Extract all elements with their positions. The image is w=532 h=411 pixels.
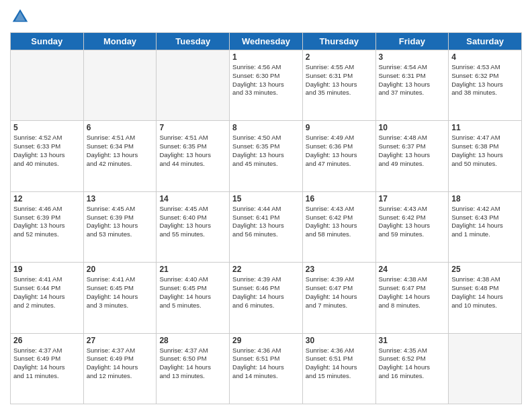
calendar-cell: 3Sunrise: 4:54 AM Sunset: 6:31 PM Daylig…: [375, 50, 449, 121]
cell-info: Sunrise: 4:38 AM Sunset: 6:47 PM Dayligh…: [379, 275, 446, 310]
cell-info: Sunrise: 4:41 AM Sunset: 6:45 PM Dayligh…: [87, 275, 154, 310]
calendar-cell: 21Sunrise: 4:40 AM Sunset: 6:45 PM Dayli…: [157, 263, 230, 333]
calendar-cell: 1Sunrise: 4:56 AM Sunset: 6:30 PM Daylig…: [230, 50, 303, 121]
cell-info: Sunrise: 4:39 AM Sunset: 6:47 PM Dayligh…: [306, 275, 373, 310]
cell-info: Sunrise: 4:52 AM Sunset: 6:33 PM Dayligh…: [13, 134, 81, 168]
calendar-cell: 5Sunrise: 4:52 AM Sunset: 6:33 PM Daylig…: [11, 121, 84, 191]
calendar-week-0: 1Sunrise: 4:56 AM Sunset: 6:30 PM Daylig…: [11, 50, 522, 121]
calendar-cell: 16Sunrise: 4:43 AM Sunset: 6:42 PM Dayli…: [302, 191, 375, 262]
day-number: 22: [232, 265, 300, 274]
cell-info: Sunrise: 4:36 AM Sunset: 6:51 PM Dayligh…: [306, 347, 373, 381]
day-number: 9: [306, 123, 373, 132]
day-number: 10: [379, 123, 446, 132]
day-number: 31: [379, 336, 446, 345]
calendar-cell: 17Sunrise: 4:43 AM Sunset: 6:42 PM Dayli…: [375, 191, 449, 262]
calendar-week-3: 19Sunrise: 4:41 AM Sunset: 6:44 PM Dayli…: [11, 263, 522, 333]
calendar-week-1: 5Sunrise: 4:52 AM Sunset: 6:33 PM Daylig…: [11, 121, 522, 191]
col-header-thursday: Thursday: [302, 33, 375, 50]
calendar-cell: 27Sunrise: 4:37 AM Sunset: 6:49 PM Dayli…: [83, 333, 157, 404]
cell-info: Sunrise: 4:43 AM Sunset: 6:42 PM Dayligh…: [306, 205, 373, 239]
col-header-friday: Friday: [375, 33, 449, 50]
day-number: 18: [451, 194, 519, 203]
cell-info: Sunrise: 4:36 AM Sunset: 6:51 PM Dayligh…: [232, 347, 300, 381]
cell-info: Sunrise: 4:38 AM Sunset: 6:48 PM Dayligh…: [451, 275, 519, 310]
cell-info: Sunrise: 4:37 AM Sunset: 6:49 PM Dayligh…: [13, 347, 81, 381]
day-number: 25: [451, 265, 519, 274]
col-header-sunday: Sunday: [11, 33, 84, 50]
cell-info: Sunrise: 4:51 AM Sunset: 6:35 PM Dayligh…: [159, 134, 226, 168]
day-number: 6: [87, 123, 154, 132]
cell-info: Sunrise: 4:48 AM Sunset: 6:37 PM Dayligh…: [379, 134, 446, 168]
calendar-cell: 9Sunrise: 4:49 AM Sunset: 6:36 PM Daylig…: [302, 121, 375, 191]
calendar-cell: 25Sunrise: 4:38 AM Sunset: 6:48 PM Dayli…: [449, 263, 522, 333]
calendar-cell: 2Sunrise: 4:55 AM Sunset: 6:31 PM Daylig…: [302, 50, 375, 121]
calendar-cell: [449, 333, 522, 404]
calendar-cell: 12Sunrise: 4:46 AM Sunset: 6:39 PM Dayli…: [11, 191, 84, 262]
cell-info: Sunrise: 4:44 AM Sunset: 6:41 PM Dayligh…: [232, 205, 300, 239]
day-number: 28: [159, 336, 226, 345]
day-number: 4: [451, 52, 519, 62]
calendar-cell: 15Sunrise: 4:44 AM Sunset: 6:41 PM Dayli…: [230, 191, 303, 262]
day-number: 20: [87, 265, 154, 274]
cell-info: Sunrise: 4:53 AM Sunset: 6:32 PM Dayligh…: [451, 63, 519, 97]
day-number: 2: [306, 52, 373, 62]
day-number: 24: [379, 265, 446, 274]
day-number: 5: [13, 123, 81, 132]
cell-info: Sunrise: 4:47 AM Sunset: 6:38 PM Dayligh…: [451, 134, 519, 168]
col-header-tuesday: Tuesday: [157, 33, 230, 50]
calendar-cell: 22Sunrise: 4:39 AM Sunset: 6:46 PM Dayli…: [230, 263, 303, 333]
calendar-cell: 18Sunrise: 4:42 AM Sunset: 6:43 PM Dayli…: [449, 191, 522, 262]
calendar-cell: 14Sunrise: 4:45 AM Sunset: 6:40 PM Dayli…: [157, 191, 230, 262]
calendar-cell: [157, 50, 230, 121]
calendar-cell: 20Sunrise: 4:41 AM Sunset: 6:45 PM Dayli…: [83, 263, 157, 333]
cell-info: Sunrise: 4:46 AM Sunset: 6:39 PM Dayligh…: [13, 205, 81, 239]
day-number: 29: [232, 336, 300, 345]
calendar-cell: 6Sunrise: 4:51 AM Sunset: 6:34 PM Daylig…: [83, 121, 157, 191]
calendar-header-row: SundayMondayTuesdayWednesdayThursdayFrid…: [11, 33, 522, 50]
col-header-wednesday: Wednesday: [230, 33, 303, 50]
day-number: 8: [232, 123, 300, 132]
day-number: 26: [13, 336, 81, 345]
calendar-cell: 26Sunrise: 4:37 AM Sunset: 6:49 PM Dayli…: [11, 333, 84, 404]
logo-icon: [10, 7, 30, 27]
header: [10, 7, 522, 27]
cell-info: Sunrise: 4:39 AM Sunset: 6:46 PM Dayligh…: [232, 275, 300, 310]
cell-info: Sunrise: 4:45 AM Sunset: 6:39 PM Dayligh…: [87, 205, 154, 239]
calendar-cell: 19Sunrise: 4:41 AM Sunset: 6:44 PM Dayli…: [11, 263, 84, 333]
cell-info: Sunrise: 4:37 AM Sunset: 6:50 PM Dayligh…: [159, 347, 226, 381]
cell-info: Sunrise: 4:49 AM Sunset: 6:36 PM Dayligh…: [306, 134, 373, 168]
cell-info: Sunrise: 4:41 AM Sunset: 6:44 PM Dayligh…: [13, 275, 81, 310]
logo: [10, 7, 33, 27]
calendar-cell: [83, 50, 157, 121]
calendar-cell: 29Sunrise: 4:36 AM Sunset: 6:51 PM Dayli…: [230, 333, 303, 404]
calendar-cell: 7Sunrise: 4:51 AM Sunset: 6:35 PM Daylig…: [157, 121, 230, 191]
col-header-monday: Monday: [83, 33, 157, 50]
day-number: 7: [159, 123, 226, 132]
calendar-cell: 4Sunrise: 4:53 AM Sunset: 6:32 PM Daylig…: [449, 50, 522, 121]
day-number: 23: [306, 265, 373, 274]
calendar-cell: 28Sunrise: 4:37 AM Sunset: 6:50 PM Dayli…: [157, 333, 230, 404]
calendar-cell: 10Sunrise: 4:48 AM Sunset: 6:37 PM Dayli…: [375, 121, 449, 191]
day-number: 17: [379, 194, 446, 203]
calendar-cell: 13Sunrise: 4:45 AM Sunset: 6:39 PM Dayli…: [83, 191, 157, 262]
calendar-cell: 24Sunrise: 4:38 AM Sunset: 6:47 PM Dayli…: [375, 263, 449, 333]
col-header-saturday: Saturday: [449, 33, 522, 50]
calendar-cell: 8Sunrise: 4:50 AM Sunset: 6:35 PM Daylig…: [230, 121, 303, 191]
cell-info: Sunrise: 4:40 AM Sunset: 6:45 PM Dayligh…: [159, 275, 226, 310]
day-number: 16: [306, 194, 373, 203]
day-number: 21: [159, 265, 226, 274]
day-number: 30: [306, 336, 373, 345]
calendar-cell: 31Sunrise: 4:35 AM Sunset: 6:52 PM Dayli…: [375, 333, 449, 404]
day-number: 11: [451, 123, 519, 132]
day-number: 1: [232, 52, 300, 62]
cell-info: Sunrise: 4:45 AM Sunset: 6:40 PM Dayligh…: [159, 205, 226, 239]
day-number: 27: [87, 336, 154, 345]
calendar-cell: [11, 50, 84, 121]
cell-info: Sunrise: 4:56 AM Sunset: 6:30 PM Dayligh…: [232, 63, 300, 97]
day-number: 13: [87, 194, 154, 203]
calendar-week-2: 12Sunrise: 4:46 AM Sunset: 6:39 PM Dayli…: [11, 191, 522, 262]
cell-info: Sunrise: 4:37 AM Sunset: 6:49 PM Dayligh…: [87, 347, 154, 381]
page: SundayMondayTuesdayWednesdayThursdayFrid…: [0, 0, 532, 411]
calendar-table: SundayMondayTuesdayWednesdayThursdayFrid…: [10, 32, 522, 404]
cell-info: Sunrise: 4:50 AM Sunset: 6:35 PM Dayligh…: [232, 134, 300, 168]
